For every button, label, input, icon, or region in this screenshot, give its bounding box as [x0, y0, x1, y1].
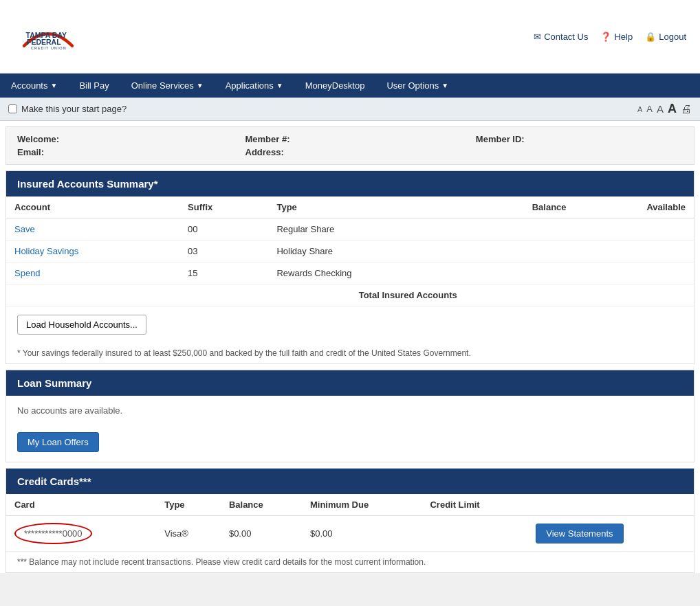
- view-statements-cell: View Statements: [527, 516, 694, 552]
- account-link[interactable]: Spend: [14, 268, 41, 278]
- address-field: Address:: [245, 147, 448, 157]
- account-available: [575, 240, 694, 262]
- svg-text:FEDERAL: FEDERAL: [27, 38, 61, 46]
- top-right-links: ✉ Contact Us ❓ Help 🔒 Logout: [534, 32, 686, 42]
- loan-summary-header: Loan Summary: [6, 370, 694, 396]
- account-type: Rewards Checking: [268, 262, 465, 284]
- total-label: Total Insured Accounts: [6, 284, 466, 306]
- card-min-due: $0.00: [302, 516, 422, 552]
- account-type: Regular Share: [268, 218, 465, 240]
- accounts-dropdown-arrow: ▼: [50, 82, 57, 89]
- fdic-note: * Your savings federally insured to at l…: [6, 343, 694, 363]
- total-balance: [466, 284, 575, 306]
- envelope-icon: ✉: [534, 32, 541, 42]
- account-available: [575, 218, 694, 240]
- lock-icon: 🔒: [645, 32, 656, 42]
- account-balance: [466, 240, 575, 262]
- main-navbar: Accounts ▼ Bill Pay Online Services ▼ Ap…: [0, 74, 700, 98]
- account-name: Save: [6, 218, 179, 240]
- card-balance: $0.00: [221, 516, 302, 552]
- col-type: Type: [268, 197, 465, 218]
- card-number: ***********0000: [14, 523, 92, 544]
- insured-accounts-section: Insured Accounts Summary* Account Suffix…: [6, 170, 694, 364]
- nav-accounts[interactable]: Accounts ▼: [0, 74, 68, 98]
- start-page-label[interactable]: Make this your start page?: [8, 104, 127, 114]
- nav-online-services[interactable]: Online Services ▼: [120, 74, 215, 98]
- load-household-button[interactable]: Load Household Accounts...: [17, 315, 146, 335]
- page-header: TAMPA BAY FEDERAL CREDIT UNION ✉ Contact…: [0, 0, 700, 74]
- table-row: Spend 15 Rewards Checking: [6, 262, 694, 284]
- contact-us-link[interactable]: ✉ Contact Us: [534, 32, 588, 42]
- col-available: Available: [575, 197, 694, 218]
- online-services-dropdown-arrow: ▼: [197, 82, 204, 89]
- applications-dropdown-arrow: ▼: [276, 82, 283, 89]
- credit-cards-section: Credit Cards*** Card Type Balance Minimu…: [6, 468, 694, 573]
- font-size-small[interactable]: A: [637, 105, 642, 113]
- my-loan-offers-button[interactable]: My Loan Offers: [17, 432, 99, 452]
- col-suffix: Suffix: [179, 197, 268, 218]
- cc-footnote: *** Balance may not include recent trans…: [6, 552, 694, 572]
- account-suffix: 03: [179, 240, 268, 262]
- account-link[interactable]: Holiday Savings: [14, 246, 78, 256]
- cc-col-balance: Balance: [221, 494, 302, 516]
- logo-area: TAMPA BAY FEDERAL CREDIT UNION: [14, 5, 83, 67]
- font-size-medium[interactable]: A: [646, 104, 653, 114]
- col-account: Account: [6, 197, 179, 218]
- print-icon[interactable]: 🖨: [681, 103, 692, 115]
- table-row: Save 00 Regular Share: [6, 218, 694, 240]
- nav-user-options[interactable]: User Options ▼: [375, 74, 459, 98]
- member-id-field: Member ID:: [476, 134, 683, 144]
- cc-col-card: Card: [6, 494, 156, 516]
- cc-col-credit-limit: Credit Limit: [422, 494, 527, 516]
- font-size-controls: A A A A 🖨: [637, 102, 692, 116]
- nav-bill-pay[interactable]: Bill Pay: [68, 74, 120, 98]
- credit-cards-header: Credit Cards***: [6, 469, 694, 494]
- font-size-xlarge[interactable]: A: [668, 102, 677, 116]
- account-balance: [466, 262, 575, 284]
- card-credit-limit: [422, 516, 527, 552]
- nav-applications[interactable]: Applications ▼: [215, 74, 294, 98]
- user-options-dropdown-arrow: ▼: [441, 82, 448, 89]
- account-type: Holiday Share: [268, 240, 465, 262]
- table-row: Holiday Savings 03 Holiday Share: [6, 240, 694, 262]
- account-name: Spend: [6, 262, 179, 284]
- logout-link[interactable]: 🔒 Logout: [645, 32, 686, 42]
- card-number-cell: ***********0000: [6, 516, 156, 552]
- view-statements-button[interactable]: View Statements: [536, 524, 623, 543]
- card-type: Visa®: [156, 516, 221, 552]
- member-number-field: Member #:: [245, 134, 448, 144]
- table-row: ***********0000 Visa® $0.00 $0.00 View S…: [6, 516, 694, 552]
- help-link[interactable]: ❓ Help: [600, 32, 633, 42]
- account-name: Holiday Savings: [6, 240, 179, 262]
- email-field: Email:: [17, 147, 218, 157]
- font-size-large[interactable]: A: [657, 103, 664, 115]
- cc-col-min-due: Minimum Due: [302, 494, 422, 516]
- account-suffix: 15: [179, 262, 268, 284]
- welcome-field: Welcome:: [17, 134, 218, 144]
- member-info-section: Welcome: Member #: Member ID: Email: Add…: [6, 126, 694, 165]
- start-page-checkbox[interactable]: [8, 104, 17, 113]
- credit-cards-table: Card Type Balance Minimum Due Credit Lim…: [6, 494, 694, 552]
- logo-image: TAMPA BAY FEDERAL CREDIT UNION: [14, 5, 83, 67]
- account-available: [575, 262, 694, 284]
- insured-accounts-header: Insured Accounts Summary*: [6, 171, 694, 197]
- account-balance: [466, 218, 575, 240]
- no-accounts-text: No accounts are available.: [6, 396, 694, 425]
- cc-col-type: Type: [156, 494, 221, 516]
- main-content: Make this your start page? A A A A 🖨 Wel…: [0, 98, 700, 573]
- loan-offers-area: My Loan Offers: [6, 425, 694, 462]
- nav-money-desktop[interactable]: MoneyDesktop: [294, 74, 376, 98]
- start-page-bar: Make this your start page? A A A A 🖨: [0, 98, 700, 121]
- question-icon: ❓: [600, 32, 611, 42]
- account-link[interactable]: Save: [14, 224, 35, 234]
- household-area: Load Household Accounts...: [6, 306, 694, 343]
- svg-text:CREDIT UNION: CREDIT UNION: [31, 46, 67, 50]
- account-suffix: 00: [179, 218, 268, 240]
- loan-summary-section: Loan Summary No accounts are available. …: [6, 370, 694, 462]
- insured-accounts-table: Account Suffix Type Balance Available Sa…: [6, 197, 694, 306]
- col-balance: Balance: [466, 197, 575, 218]
